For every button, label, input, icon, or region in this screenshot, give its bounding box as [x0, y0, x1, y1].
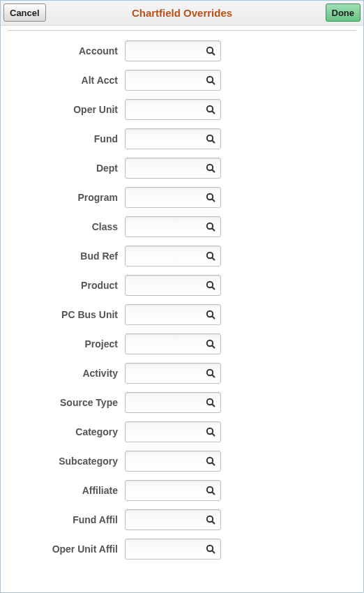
field-label-class: Class: [1, 221, 125, 232]
search-icon[interactable]: [205, 338, 216, 350]
done-button[interactable]: Done: [326, 3, 361, 22]
oper-unit-affil-input[interactable]: [130, 544, 205, 555]
field-label-program: Program: [1, 192, 125, 203]
field-input-wrap-product: [125, 275, 221, 296]
field-row-fund-affil: Fund Affil: [1, 505, 363, 534]
field-input-wrap-affiliate: [125, 480, 221, 501]
field-label-bud-ref: Bud Ref: [1, 250, 125, 262]
field-label-project: Project: [1, 338, 125, 350]
field-input-wrap-program: [125, 187, 221, 208]
field-row-product: Product: [1, 271, 363, 300]
field-row-alt-acct: Alt Acct: [1, 66, 363, 95]
search-icon[interactable]: [205, 163, 216, 174]
search-icon[interactable]: [205, 514, 216, 525]
field-label-subcategory: Subcategory: [1, 456, 125, 467]
svg-point-22: [207, 370, 213, 375]
svg-line-17: [212, 287, 215, 290]
field-input-wrap-subcategory: [125, 451, 221, 472]
fund-input[interactable]: [130, 134, 205, 144]
svg-point-30: [207, 487, 213, 493]
svg-point-2: [207, 77, 213, 82]
panel-header: Cancel Chartfield Overrides Done: [1, 1, 363, 26]
source-type-input[interactable]: [130, 398, 205, 408]
search-icon[interactable]: [205, 309, 216, 320]
field-label-alt-acct: Alt Acct: [1, 75, 125, 86]
svg-line-1: [212, 52, 215, 55]
field-row-pc-bus-unit: PC Bus Unit: [1, 300, 363, 329]
bud-ref-input[interactable]: [130, 251, 205, 262]
field-row-source-type: Source Type: [1, 388, 363, 417]
field-row-fund: Fund: [1, 124, 363, 153]
field-row-oper-unit: Oper Unit: [1, 95, 363, 124]
chartfield-overrides-panel: Cancel Chartfield Overrides Done Account…: [0, 0, 364, 593]
search-icon[interactable]: [205, 75, 216, 86]
subcategory-input[interactable]: [130, 456, 205, 467]
search-icon[interactable]: [205, 485, 216, 496]
project-input[interactable]: [130, 339, 205, 350]
svg-line-31: [212, 492, 215, 495]
search-icon[interactable]: [205, 456, 216, 467]
category-input[interactable]: [130, 427, 205, 437]
svg-point-12: [207, 223, 213, 229]
field-input-wrap-class: [125, 216, 221, 237]
svg-point-28: [207, 458, 213, 463]
field-row-dept: Dept: [1, 153, 363, 183]
field-label-product: Product: [1, 280, 125, 291]
field-input-wrap-activity: [125, 363, 221, 384]
search-icon[interactable]: [205, 45, 216, 57]
svg-point-26: [207, 428, 213, 434]
search-icon[interactable]: [205, 426, 216, 437]
class-input[interactable]: [130, 222, 205, 232]
product-input[interactable]: [130, 280, 205, 291]
activity-input[interactable]: [130, 368, 205, 379]
oper-unit-input[interactable]: [130, 105, 205, 115]
search-icon[interactable]: [205, 543, 216, 555]
search-icon[interactable]: [205, 280, 216, 291]
svg-point-24: [207, 399, 213, 405]
svg-point-14: [207, 253, 213, 258]
field-row-project: Project: [1, 329, 363, 359]
field-input-wrap-oper-unit: [125, 99, 221, 120]
field-label-oper-unit-affil: Oper Unit Affil: [1, 543, 125, 555]
svg-point-32: [207, 516, 213, 522]
svg-line-7: [212, 140, 215, 143]
cancel-button[interactable]: Cancel: [3, 3, 46, 22]
search-icon[interactable]: [205, 397, 216, 408]
field-input-wrap-dept: [125, 158, 221, 179]
svg-point-16: [207, 282, 213, 287]
search-icon[interactable]: [205, 192, 216, 203]
field-label-fund: Fund: [1, 133, 125, 144]
divider: [8, 30, 356, 31]
search-icon[interactable]: [205, 221, 216, 232]
field-label-category: Category: [1, 426, 125, 437]
field-input-wrap-project: [125, 333, 221, 354]
affiliate-input[interactable]: [130, 486, 205, 496]
search-icon[interactable]: [205, 368, 216, 379]
field-label-oper-unit: Oper Unit: [1, 104, 125, 115]
svg-line-19: [212, 316, 215, 319]
program-input[interactable]: [130, 193, 205, 203]
search-icon[interactable]: [205, 133, 216, 144]
field-input-wrap-bud-ref: [125, 246, 221, 267]
pc-bus-unit-input[interactable]: [130, 310, 205, 320]
fund-affil-input[interactable]: [130, 515, 205, 525]
svg-point-4: [207, 106, 213, 112]
field-row-bud-ref: Bud Ref: [1, 241, 363, 271]
svg-line-15: [212, 257, 215, 260]
alt-acct-input[interactable]: [130, 75, 205, 86]
svg-point-18: [207, 311, 213, 317]
search-icon[interactable]: [205, 250, 216, 262]
account-input[interactable]: [130, 46, 205, 57]
svg-line-33: [212, 521, 215, 524]
svg-point-20: [207, 340, 213, 346]
dept-input[interactable]: [130, 163, 205, 174]
field-input-wrap-pc-bus-unit: [125, 304, 221, 325]
field-label-account: Account: [1, 45, 125, 57]
svg-line-27: [212, 433, 215, 436]
svg-line-25: [212, 404, 215, 407]
svg-line-21: [212, 345, 215, 348]
field-input-wrap-fund-affil: [125, 509, 221, 530]
svg-point-10: [207, 194, 213, 200]
search-icon[interactable]: [205, 104, 216, 115]
svg-line-35: [212, 550, 215, 553]
